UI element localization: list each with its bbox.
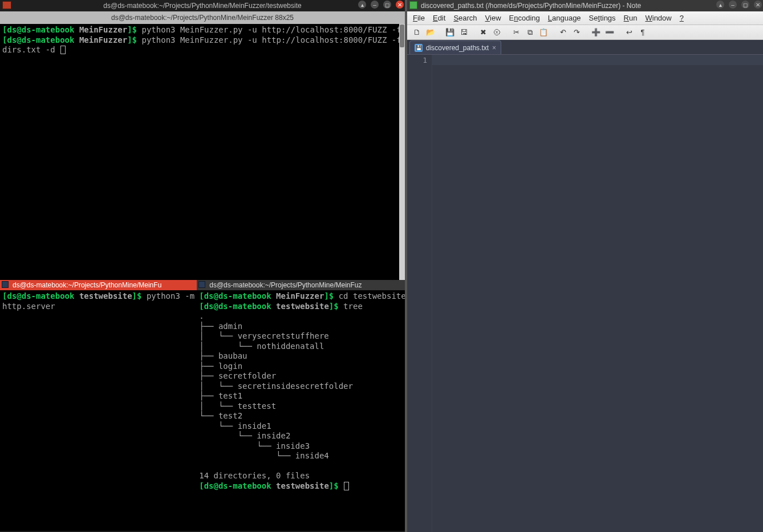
minimize-button[interactable]: –	[371, 1, 379, 9]
terminal-main-titlebar[interactable]: ds@ds-matebook:~/Projects/PythonMine/Mei…	[0, 0, 405, 11]
menu-edit[interactable]: Edit	[433, 14, 445, 22]
cut-icon[interactable]: ✂	[510, 27, 522, 38]
minimize-button[interactable]: –	[729, 1, 737, 9]
close-button[interactable]: ✕	[754, 1, 762, 9]
terminal-icon	[198, 281, 205, 288]
editor-titlebar[interactable]: discovered_paths.txt (/home/ds/Projects/…	[407, 0, 763, 11]
shade-button[interactable]: ▴	[716, 1, 724, 9]
terminal-scrollbar[interactable]	[399, 24, 405, 280]
file-tab-label: discovered_paths.txt	[426, 44, 489, 52]
menu-file[interactable]: File	[413, 14, 425, 22]
terminal-main-title: ds@ds-matebook:~/Projects/PythonMine/Mei…	[0, 2, 405, 10]
terminal-br-content[interactable]: [ds@ds-matebook MeinFuzzer]$ cd testwebs…	[197, 290, 413, 492]
pilcrow-icon[interactable]: ¶	[636, 27, 649, 38]
redo-icon[interactable]: ↷	[570, 27, 583, 38]
open-file-icon[interactable]: 📂	[424, 27, 437, 38]
file-tab[interactable]: 💾 discovered_paths.txt ×	[409, 40, 501, 54]
terminal-icon	[2, 281, 9, 288]
close-button[interactable]: ✕	[396, 1, 404, 9]
tree-summary: 14 directories, 0 files	[199, 471, 310, 480]
line-number-gutter: 1	[407, 55, 432, 532]
cursor-icon	[344, 482, 349, 490]
menu-search[interactable]: Search	[453, 14, 477, 22]
close-all-icon[interactable]: ⮾	[490, 27, 503, 38]
file-tab-strip: 💾 discovered_paths.txt ×	[407, 40, 763, 55]
line-number: 1	[407, 56, 427, 65]
terminal-bl-content[interactable]: [ds@ds-matebook testwebsite]$ python3 -m…	[0, 290, 197, 312]
menu-settings[interactable]: Settings	[589, 14, 616, 22]
cursor-icon	[60, 46, 66, 54]
terminal-bl[interactable]: [ds@ds-matebook testwebsite]$ python3 -m…	[0, 290, 197, 531]
zoom-out-icon[interactable]: ➖	[603, 27, 616, 38]
terminal-main-content[interactable]: [ds@ds-matebook MeinFuzzer]$ python3 Mei…	[0, 24, 405, 56]
menu-language[interactable]: Language	[548, 14, 581, 22]
wrap-icon[interactable]: ↩	[623, 27, 635, 38]
editor-window: discovered_paths.txt (/home/ds/Projects/…	[407, 0, 763, 532]
editor-title: discovered_paths.txt (/home/ds/Projects/…	[407, 2, 763, 10]
shade-button[interactable]: ▴	[358, 1, 366, 9]
editor-toolbar: 🗋 📂 💾 🖫 ✖ ⮾ ✂ ⧉ 📋 ↶ ↷ ➕ ➖ ↩ ¶	[407, 25, 763, 40]
editor-area[interactable]: 1	[407, 55, 763, 532]
menu-help[interactable]: ?	[680, 14, 684, 22]
terminal-bl-title: ds@ds-matebook:~/Projects/PythonMine/Mei…	[13, 281, 161, 289]
editor-menubar: File Edit Search View Encoding Language …	[407, 11, 763, 25]
paste-icon[interactable]: 📋	[537, 27, 550, 38]
tree-output: . ├── admin │ └── verysecretstuffhere │ …	[199, 311, 353, 460]
close-icon[interactable]: ✖	[477, 27, 489, 38]
menu-window[interactable]: Window	[645, 14, 671, 22]
terminal-br-titlebar[interactable]: ds@ds-matebook:~/Projects/PythonMine/Mei…	[197, 280, 413, 290]
terminal-main[interactable]: ds@ds-matebook:~/Projects/PythonMine/Mei…	[0, 11, 405, 280]
tab-close-icon[interactable]: ×	[492, 44, 496, 52]
save-all-icon[interactable]: 🖫	[457, 27, 470, 38]
terminal-br[interactable]: [ds@ds-matebook MeinFuzzer]$ cd testwebs…	[197, 290, 413, 531]
new-file-icon[interactable]: 🗋	[411, 27, 423, 38]
file-disk-icon: 💾	[415, 44, 423, 52]
terminal-br-title: ds@ds-matebook:~/Projects/PythonMine/Mei…	[209, 281, 362, 289]
terminal-tab-label[interactable]: ds@ds-matebook:~/Projects/PythonMine/Mei…	[0, 11, 405, 24]
zoom-in-icon[interactable]: ➕	[590, 27, 602, 38]
editor-current-line[interactable]	[432, 55, 763, 65]
copy-icon[interactable]: ⧉	[523, 27, 536, 38]
maximize-button[interactable]: ◻	[741, 1, 749, 9]
maximize-button[interactable]: ◻	[383, 1, 391, 9]
menu-encoding[interactable]: Encoding	[509, 14, 540, 22]
save-icon[interactable]: 💾	[444, 27, 456, 38]
undo-icon[interactable]: ↶	[557, 27, 569, 38]
terminal-bl-titlebar[interactable]: ds@ds-matebook:~/Projects/PythonMine/Mei…	[0, 280, 197, 290]
menu-run[interactable]: Run	[624, 14, 638, 22]
scrollbar-thumb[interactable]	[400, 25, 404, 47]
menu-view[interactable]: View	[485, 14, 501, 22]
